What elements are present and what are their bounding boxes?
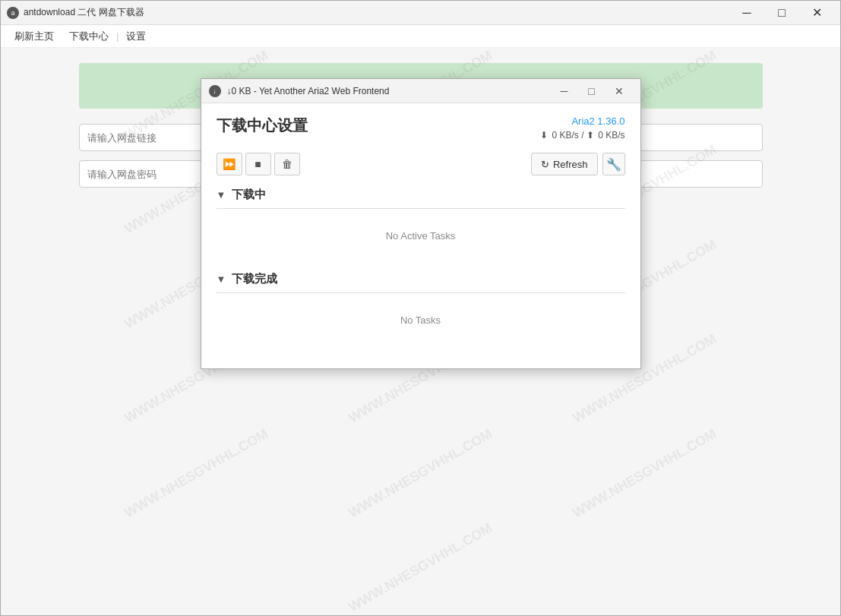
completed-divider <box>217 292 625 293</box>
download-speed: 0 KB/s <box>552 130 578 141</box>
dialog-toolbar: ⏩ ■ 🗑 ↻ Refresh 🔧 <box>217 153 625 175</box>
menu-settings[interactable]: 设置 <box>120 27 152 46</box>
aria2-dialog: ↓ ↓0 KB - Yet Another Aria2 Web Frontend… <box>201 78 641 369</box>
window-controls: ─ □ ✕ <box>729 1 834 25</box>
completed-title: 下载完成 <box>232 272 277 286</box>
upload-speed-icon: ⬆ <box>586 130 594 141</box>
downloading-divider <box>217 208 625 209</box>
settings-button[interactable]: 🔧 <box>602 153 625 175</box>
close-button[interactable]: ✕ <box>799 1 834 25</box>
downloading-empty: No Active Tasks <box>217 215 625 257</box>
refresh-button[interactable]: ↻ Refresh <box>531 153 598 175</box>
version-info: Aria2 1.36.0 ⬇ 0 KB/s / ⬆ 0 KB/s <box>540 115 624 141</box>
version-text: Aria2 1.36.0 <box>540 115 624 127</box>
downloading-title: 下载中 <box>232 188 266 202</box>
upload-speed: 0 KB/s <box>598 130 624 141</box>
menu-download-center[interactable]: 下载中心 <box>63 27 115 46</box>
refresh-label: Refresh <box>553 159 588 170</box>
dialog-main-title: 下载中心设置 <box>217 115 308 136</box>
main-content: WWW.NHESGVHHL.COM WWW.NHESGVHHL.COM WWW.… <box>1 48 840 615</box>
menu-separator-2: | <box>115 30 120 42</box>
completed-section: ▼ 下载完成 No Tasks <box>217 272 625 341</box>
stop-button[interactable]: ■ <box>245 153 271 175</box>
maximize-button[interactable]: □ <box>764 1 799 25</box>
speed-info: ⬇ 0 KB/s / ⬆ 0 KB/s <box>540 130 624 141</box>
dialog-body: 下载中心设置 Aria2 1.36.0 ⬇ 0 KB/s / ⬆ 0 KB/s <box>201 103 640 368</box>
app-window: a antdownload 二代 网盘下载器 ─ □ ✕ 刷新主页 下载中心 |… <box>0 0 841 616</box>
dialog-maximize-button[interactable]: □ <box>578 82 605 100</box>
delete-button[interactable]: 🗑 <box>274 153 300 175</box>
speed-divider: / <box>581 130 586 141</box>
refresh-icon: ↻ <box>541 159 549 170</box>
completed-section-header[interactable]: ▼ 下载完成 <box>217 272 625 286</box>
completed-empty: No Tasks <box>217 299 625 341</box>
dialog-icon: ↓ <box>209 85 221 97</box>
menu-bar: 刷新主页 下载中心 | 设置 <box>1 25 840 48</box>
download-speed-icon: ⬇ <box>540 130 548 141</box>
app-title: antdownload 二代 网盘下载器 <box>24 6 729 19</box>
dialog-title-bar: ↓ ↓0 KB - Yet Another Aria2 Web Frontend… <box>201 79 640 103</box>
dialog-title: ↓0 KB - Yet Another Aria2 Web Frontend <box>227 86 551 96</box>
downloading-section: ▼ 下载中 No Active Tasks <box>217 188 625 257</box>
toolbar-right: ↻ Refresh 🔧 <box>531 153 625 175</box>
downloading-section-header[interactable]: ▼ 下载中 <box>217 188 625 202</box>
dialog-controls: ─ □ ✕ <box>551 82 633 100</box>
resume-button[interactable]: ⏩ <box>217 153 242 175</box>
toolbar-left: ⏩ ■ 🗑 <box>217 153 300 175</box>
dialog-header: 下载中心设置 Aria2 1.36.0 ⬇ 0 KB/s / ⬆ 0 KB/s <box>217 115 625 141</box>
dialog-close-button[interactable]: ✕ <box>605 82 633 100</box>
dialog-minimize-button[interactable]: ─ <box>551 82 578 100</box>
minimize-button[interactable]: ─ <box>729 1 764 25</box>
title-bar: a antdownload 二代 网盘下载器 ─ □ ✕ <box>1 1 840 25</box>
downloading-arrow-icon: ▼ <box>217 189 226 201</box>
completed-arrow-icon: ▼ <box>217 273 226 285</box>
menu-refresh-home[interactable]: 刷新主页 <box>8 27 60 46</box>
app-icon: a <box>7 7 19 19</box>
